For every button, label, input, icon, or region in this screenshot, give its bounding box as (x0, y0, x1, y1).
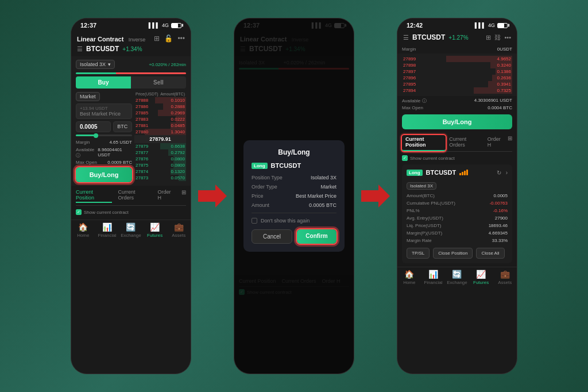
refresh-icon-3[interactable]: ↻ (497, 170, 501, 176)
order-h-tab-3[interactable]: Order H (484, 135, 508, 151)
status-bar-1: 12:37 ▌▌▌ 4G (71, 18, 191, 31)
buy-bar-1 (76, 72, 116, 74)
sell-tab-1[interactable]: Sell (131, 76, 186, 89)
buy-long-btn-3[interactable]: Buy/Long (402, 114, 512, 129)
dont-show-checkbox-2[interactable] (252, 218, 257, 224)
pos-label-0: Amount(BTC) (407, 193, 435, 198)
buy-sell-bar-1 (76, 72, 186, 74)
network-1: 4G (162, 22, 169, 28)
signal-3: ▌▌▌ (475, 22, 486, 28)
dialog-buttons-2: Cancel Confirm (252, 229, 336, 244)
grid-icon-1[interactable]: ⊞ (154, 34, 160, 43)
svg-marker-1 (361, 185, 390, 207)
current-orders-tab-3[interactable]: Current Orders (446, 135, 484, 151)
dialog-label-3: Amount (252, 202, 269, 208)
nav-futures-3[interactable]: 📈 Futures (469, 270, 493, 285)
header-top-1: Linear Contract Inverse ⊞ 🔓 ••• (77, 33, 185, 44)
order-type-btn-1[interactable]: Market (76, 92, 100, 101)
lock-icon-1[interactable]: 🔓 (164, 34, 173, 43)
buy-tab-1[interactable]: Buy (76, 76, 131, 89)
nav-home-1[interactable]: 🏠 Home (71, 222, 95, 238)
ob-bid-price-1: 27877 (136, 150, 148, 155)
nav-home-3[interactable]: 🏠 Home (397, 270, 421, 285)
close-position-btn-3[interactable]: Close Position (433, 248, 473, 259)
app-header-1: Linear Contract Inverse ⊞ 🔓 ••• ☰ BTCUSD… (71, 31, 191, 56)
sig-bar-1 (459, 173, 461, 175)
ob3-ask-price-4: 27895 (403, 82, 416, 87)
checkbox-icon-1[interactable]: ✓ (76, 209, 82, 215)
order-h-tab-1[interactable]: Order H (158, 189, 176, 203)
nav-home-label-3: Home (403, 280, 415, 285)
chevron-right-icon-3[interactable]: › (506, 170, 508, 176)
amount-row-1: 0.0005 BTC (76, 121, 132, 132)
ob-ask-price-4: 27881 (136, 123, 148, 128)
current-position-tab-1[interactable]: Current Position (76, 189, 112, 203)
ob-ask-4: 27881 0.0485 (134, 122, 186, 129)
nav-exchange-3[interactable]: 🔄 Exchange (445, 270, 469, 285)
nav-assets-3[interactable]: 💼 Assets (493, 270, 517, 285)
dialog-label-2: Price (252, 193, 264, 199)
ob-bid-3: 27875 0.0800 (134, 162, 186, 168)
ob-ask-amt-3: 0.0222 (171, 117, 185, 122)
nav-assets-1[interactable]: 💼 Assets (167, 222, 191, 238)
slider-row-1[interactable] (76, 134, 132, 136)
maxopen-label-3: Max Open (402, 105, 423, 110)
screen3: 12:42 ▌▌▌ 4G ☰ BTCUSDT +1.27% ⊞ ⛓ ••• (397, 18, 517, 374)
leverage-badge-1[interactable]: Isolated 3X ▾ (76, 60, 115, 69)
link-icon-3[interactable]: ⛓ (494, 34, 501, 41)
current-orders-tab-1[interactable]: Current Orders (118, 189, 152, 203)
slider-thumb-1[interactable] (94, 133, 98, 138)
copy-icon-1[interactable]: ⊞ (181, 189, 186, 203)
ob-bid-amt-0: 0.6638 (171, 144, 185, 149)
ob-bid-4: 27874 0.1320 (134, 168, 186, 175)
assets-icon-3: 💼 (500, 270, 510, 279)
ob-mid-price-1: 27879.91 (149, 136, 171, 142)
order-content-1: Market +13.94 USDT Best Market Price 0.0… (76, 92, 186, 182)
nav-futures-1[interactable]: 📈 Futures (143, 222, 167, 238)
order-book-1: Price(USDT) Amount(BTC) 27888 0.1010 278… (134, 92, 186, 182)
ob-header-1: Price(USDT) Amount(BTC) (134, 92, 186, 96)
leverage-label-1: Isolated 3X (80, 62, 106, 67)
trading-panel-1: Isolated 3X ▾ +0.020% / 262min Buy Sell … (71, 56, 191, 186)
margin-label-1: Margin (76, 140, 90, 145)
ob-bid-5: 27873 0.0570 (134, 175, 186, 181)
inverse-label-1: Inverse (129, 37, 146, 43)
screen3-ticker-row: ☰ BTCUSDT +1.27% ⊞ ⛓ ••• (403, 33, 511, 41)
copy-icon-3[interactable]: ⊞ (508, 135, 512, 151)
screen3-header: ☰ BTCUSDT +1.27% ⊞ ⛓ ••• (397, 31, 517, 45)
cancel-btn-2[interactable]: Cancel (252, 229, 292, 244)
buy-long-btn-1[interactable]: Buy/Long (76, 167, 132, 182)
ob-ask-price-1: 27886 (136, 104, 148, 109)
menu-icon-1[interactable]: ☰ (77, 45, 83, 53)
nav-financial-1[interactable]: 📊 Financial (95, 222, 119, 238)
tpsl-btn-3[interactable]: TP/SL (407, 248, 430, 259)
menu-icon-3[interactable]: ☰ (403, 34, 409, 41)
nav-financial-3[interactable]: 📊 Financial (421, 270, 446, 285)
amount-input-1[interactable]: 0.0005 (76, 121, 111, 132)
available-row-3: Available ⓘ 4.30306901 USDT (402, 98, 512, 104)
buy-long-area-3: Buy/Long (397, 112, 517, 132)
currency-btn-1[interactable]: BTC (113, 121, 132, 132)
sig-bar-3 (464, 171, 466, 175)
header-icons-1: ⊞ 🔓 ••• (154, 34, 185, 43)
screen3-header-icons: ⊞ ⛓ ••• (486, 34, 511, 41)
more-icon-1[interactable]: ••• (177, 34, 185, 43)
pos-actions-3: ↻ › (497, 170, 508, 176)
isolated-badge-3: Isolated 3X (407, 179, 508, 193)
pos-label-5: Margin(P)(USDT) (407, 230, 442, 236)
nav-exchange-1[interactable]: 🔄 Exchange (119, 222, 143, 238)
confirm-btn-2[interactable]: Confirm (297, 229, 336, 244)
more-icon-3[interactable]: ••• (504, 34, 511, 41)
nav-futures-label-1: Futures (147, 233, 163, 238)
maxopen-row-1: Max Open 0.0009 BTC (76, 160, 132, 165)
sig-bar-2 (462, 172, 463, 175)
checkbox-icon-3[interactable]: ✓ (402, 155, 408, 161)
grid-icon-3[interactable]: ⊞ (486, 34, 491, 41)
close-all-btn-3[interactable]: Close All (476, 248, 504, 259)
status-icons-3: ▌▌▌ 4G (475, 22, 508, 28)
screenshots-container: 12:37 ▌▌▌ 4G Linear Contract Inverse ⊞ 🔓… (59, 6, 529, 386)
current-position-tab-3[interactable]: Current Position (402, 135, 446, 151)
dialog-ticker-name-2: BTCUSDT (271, 162, 301, 169)
price-placeholder-1[interactable]: Best Market Price (80, 111, 128, 117)
available-value-1: 8.96004401 USDT (98, 147, 132, 159)
